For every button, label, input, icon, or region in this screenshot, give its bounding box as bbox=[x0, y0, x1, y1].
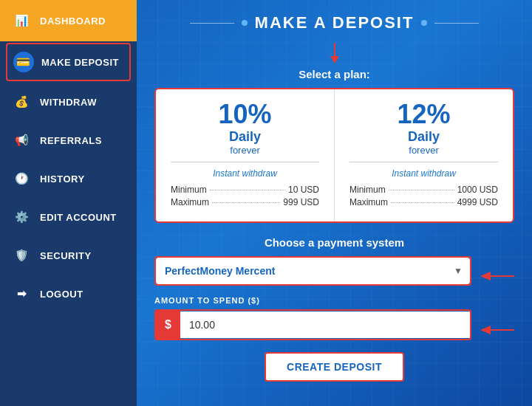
plan-1-dots-max bbox=[212, 202, 280, 203]
history-icon: 🕐 bbox=[12, 168, 33, 189]
plan-1-min-value: 10 USD bbox=[288, 185, 319, 195]
payment-select[interactable]: PerfectMoney MercentBitcoinEthereumLitec… bbox=[156, 258, 470, 284]
create-deposit-button[interactable]: CREATE DEPOSIT bbox=[265, 352, 404, 382]
plan-1-dots-min bbox=[210, 190, 285, 190]
withdraw-icon: 💰 bbox=[12, 92, 33, 112]
title-line-left bbox=[190, 23, 234, 24]
plan-2-min-row: Minimum 1000 USD bbox=[349, 185, 498, 195]
title-dot-right bbox=[421, 20, 427, 26]
amount-input[interactable] bbox=[180, 312, 470, 338]
choose-payment-label: Choose a payment system bbox=[154, 236, 514, 249]
sidebar-item-label: REFERRALS bbox=[40, 135, 102, 146]
select-plan-label: Select a plan: bbox=[154, 68, 514, 80]
sidebar-item-label: hisToRY bbox=[40, 173, 85, 185]
referrals-icon: 📢 bbox=[12, 130, 33, 151]
sidebar-item-label: EDIT ACCOUNT bbox=[40, 212, 117, 223]
svg-marker-1 bbox=[330, 56, 339, 63]
plan-2-divider bbox=[349, 162, 498, 162]
plan-2-withdraw: Instant withdraw bbox=[349, 168, 498, 179]
svg-marker-3 bbox=[480, 272, 491, 281]
sidebar-item-logout[interactable]: ➡ LOGOUT bbox=[0, 275, 137, 313]
plan-2-period: Daily bbox=[349, 129, 498, 145]
plan-1-max-row: Maximum 999 USD bbox=[171, 197, 319, 207]
plans-container: 10% Daily forever Instant withdraw Minim… bbox=[154, 88, 514, 223]
plan-2-duration: forever bbox=[349, 145, 498, 156]
dollar-sign: $ bbox=[156, 311, 180, 339]
dashboard-icon: 📊 bbox=[12, 10, 33, 31]
sidebar: 📊 DASHBOARD 💳 MAKE DEPOSIT 💰 WITHDRAW 📢 … bbox=[0, 0, 137, 406]
plan-2-min-value: 1000 USD bbox=[457, 185, 498, 195]
amount-label: AMOUNT TO SPEND ($) bbox=[154, 296, 514, 305]
title-arrow-container bbox=[154, 43, 514, 65]
plan-1-duration: forever bbox=[171, 145, 319, 156]
amount-arrow-icon bbox=[477, 324, 514, 336]
page-title-row: MAKE A DEPOSIT bbox=[154, 13, 514, 32]
sidebar-item-referrals[interactable]: 📢 REFERRALS bbox=[0, 121, 137, 159]
plan-2-dots-min bbox=[389, 190, 454, 190]
plan-2-dots-max bbox=[391, 202, 454, 203]
plan-1-max-label: Maximum bbox=[171, 197, 209, 207]
main-content: MAKE A DEPOSIT Select a plan: 10% Daily … bbox=[137, 0, 532, 406]
page-title: MAKE A DEPOSIT bbox=[255, 13, 415, 32]
plan-2-percent: 12% bbox=[349, 101, 498, 128]
edit-account-icon: ⚙️ bbox=[12, 207, 33, 227]
sidebar-item-security[interactable]: 🛡️ security bbox=[0, 236, 137, 275]
sidebar-item-label: WITHDRAW bbox=[40, 97, 97, 108]
payment-arrow-icon bbox=[477, 270, 514, 282]
create-deposit-row: CREATE DEPOSIT bbox=[154, 351, 514, 382]
sidebar-item-withdraw[interactable]: 💰 WITHDRAW bbox=[0, 83, 137, 121]
sidebar-item-label: DASHBOARD bbox=[40, 16, 106, 27]
sidebar-item-make-deposit[interactable]: 💳 MAKE DEPOSIT bbox=[6, 43, 131, 81]
sidebar-item-history[interactable]: 🕐 hisToRY bbox=[0, 159, 137, 198]
plan-1-percent: 10% bbox=[171, 101, 319, 128]
payment-field-row: PerfectMoney MercentBitcoinEthereumLitec… bbox=[154, 256, 514, 296]
plan-card-2[interactable]: 12% Daily forever Instant withdraw Minim… bbox=[334, 89, 513, 221]
sidebar-item-label: LOGOUT bbox=[40, 289, 83, 300]
plan-1-withdraw: Instant withdraw bbox=[171, 168, 319, 179]
title-dot-left bbox=[242, 20, 248, 26]
plan-2-max-label: Maximum bbox=[349, 197, 388, 207]
sidebar-item-edit-account[interactable]: ⚙️ EDIT ACCOUNT bbox=[0, 198, 137, 236]
amount-input-wrapper: $ bbox=[154, 309, 471, 340]
amount-field-row: $ bbox=[154, 309, 514, 351]
sidebar-item-label: MAKE DEPOSIT bbox=[41, 57, 119, 68]
plan-1-period: Daily bbox=[171, 129, 319, 145]
sidebar-item-dashboard[interactable]: 📊 DASHBOARD bbox=[0, 0, 137, 41]
plan-1-divider bbox=[171, 162, 319, 162]
payment-select-wrapper: PerfectMoney MercentBitcoinEthereumLitec… bbox=[154, 256, 471, 286]
down-arrow-icon bbox=[330, 43, 339, 65]
plan-card-1[interactable]: 10% Daily forever Instant withdraw Minim… bbox=[156, 89, 334, 221]
plan-2-max-value: 4999 USD bbox=[457, 197, 498, 207]
security-icon: 🛡️ bbox=[12, 245, 33, 266]
make-deposit-icon: 💳 bbox=[13, 52, 34, 72]
sidebar-item-label: security bbox=[40, 250, 92, 261]
plan-1-min-label: Minimum bbox=[171, 185, 207, 195]
plan-2-min-label: Minimum bbox=[349, 185, 386, 195]
plan-1-max-value: 999 USD bbox=[283, 197, 319, 207]
plan-2-max-row: Maximum 4999 USD bbox=[349, 197, 498, 207]
svg-marker-5 bbox=[480, 326, 491, 334]
logout-icon: ➡ bbox=[12, 283, 33, 304]
plan-1-min-row: Minimum 10 USD bbox=[171, 185, 319, 195]
title-line-right bbox=[434, 23, 479, 24]
